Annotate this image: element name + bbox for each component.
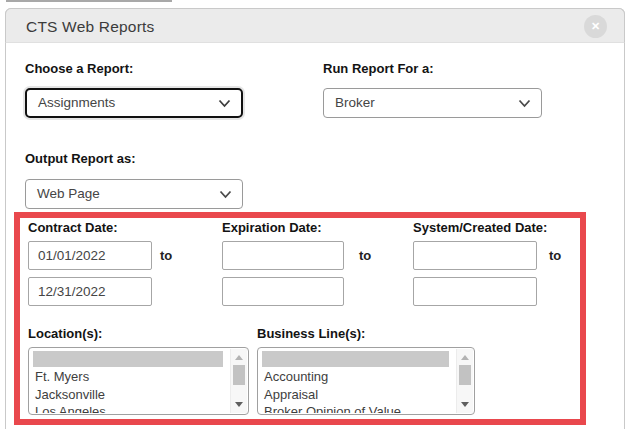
listbox-item[interactable]: Appraisal bbox=[259, 386, 455, 404]
expiration-date-label: Expiration Date: bbox=[222, 220, 322, 235]
expiration-date-to-label: to bbox=[359, 248, 371, 263]
business-lines-label: Business Line(s): bbox=[257, 326, 365, 341]
listbox-item[interactable]: Jacksonville bbox=[30, 386, 229, 404]
chevron-down-icon bbox=[518, 99, 531, 108]
listbox-item-redacted[interactable] bbox=[33, 351, 223, 367]
listbox-item[interactable]: Broker Opinion of Value bbox=[259, 403, 455, 413]
run-report-for-select[interactable]: Broker bbox=[323, 88, 542, 118]
scrollbar[interactable] bbox=[230, 349, 247, 413]
system-created-date-label: System/Created Date: bbox=[413, 220, 547, 235]
system-created-date-to-label: to bbox=[549, 248, 561, 263]
listbox-item[interactable]: Ft. Myers bbox=[30, 368, 229, 386]
scroll-down-icon[interactable] bbox=[461, 402, 469, 407]
business-lines-listbox[interactable]: Accounting Appraisal Broker Opinion of V… bbox=[257, 347, 475, 415]
close-icon: ✕ bbox=[584, 15, 607, 38]
contract-date-to-input[interactable] bbox=[28, 277, 152, 306]
scroll-down-icon[interactable] bbox=[235, 402, 243, 407]
expiration-date-from-input[interactable] bbox=[222, 241, 344, 270]
scrollbar[interactable] bbox=[456, 349, 473, 413]
chevron-down-icon bbox=[219, 190, 232, 199]
background-page-edge bbox=[6, 0, 172, 2]
scrollbar-thumb[interactable] bbox=[233, 365, 245, 385]
scroll-up-icon[interactable] bbox=[235, 355, 243, 360]
expiration-date-to-input[interactable] bbox=[222, 277, 344, 306]
listbox-item-redacted[interactable] bbox=[262, 351, 449, 367]
listbox-item[interactable]: Los Angeles bbox=[30, 403, 229, 413]
scroll-up-icon[interactable] bbox=[461, 355, 469, 360]
output-report-as-label: Output Report as: bbox=[25, 151, 136, 166]
listbox-item[interactable]: Accounting bbox=[259, 368, 455, 386]
contract-date-label: Contract Date: bbox=[28, 220, 118, 235]
locations-items: Ft. Myers Jacksonville Los Angeles bbox=[30, 350, 229, 413]
close-button[interactable]: ✕ bbox=[584, 15, 607, 38]
screen: CTS Web Reports ✕ Choose a Report: Run R… bbox=[0, 0, 631, 429]
chevron-down-icon bbox=[218, 99, 231, 108]
locations-listbox[interactable]: Ft. Myers Jacksonville Los Angeles bbox=[28, 347, 249, 415]
choose-report-select[interactable]: Assignments bbox=[25, 88, 243, 118]
run-report-for-selected-value: Broker bbox=[335, 95, 375, 110]
choose-report-selected-value: Assignments bbox=[38, 95, 115, 110]
scrollbar-thumb[interactable] bbox=[459, 365, 471, 385]
contract-date-from-input[interactable] bbox=[28, 241, 152, 270]
dialog-title: CTS Web Reports bbox=[26, 9, 154, 44]
business-lines-items: Accounting Appraisal Broker Opinion of V… bbox=[259, 350, 455, 413]
choose-report-label: Choose a Report: bbox=[25, 61, 133, 76]
output-report-as-selected-value: Web Page bbox=[37, 186, 100, 201]
dialog-header: CTS Web Reports ✕ bbox=[5, 8, 625, 43]
system-created-date-to-input[interactable] bbox=[413, 277, 537, 306]
output-report-as-select[interactable]: Web Page bbox=[25, 179, 243, 209]
contract-date-to-label: to bbox=[160, 248, 172, 263]
run-report-for-label: Run Report For a: bbox=[323, 61, 434, 76]
system-created-date-from-input[interactable] bbox=[413, 241, 537, 270]
locations-label: Location(s): bbox=[28, 326, 102, 341]
